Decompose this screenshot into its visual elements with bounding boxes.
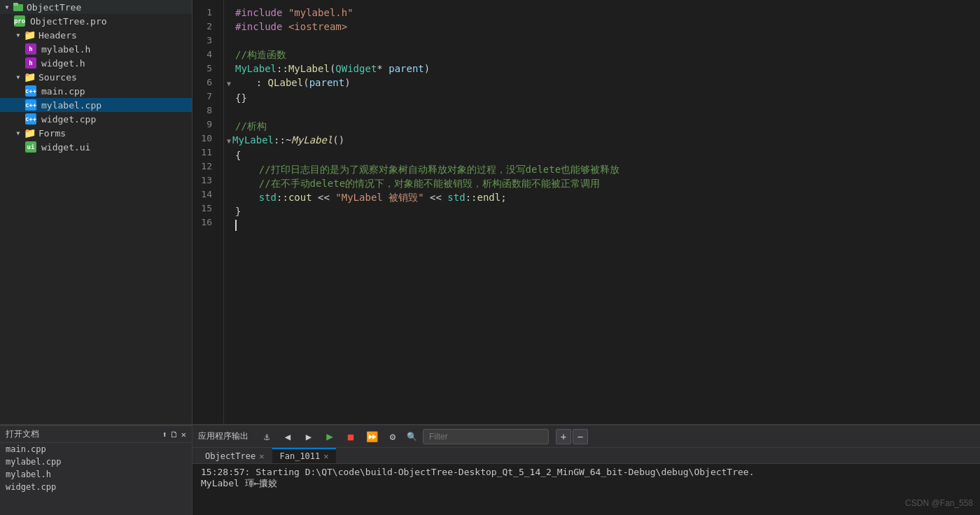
tab-objecttree-close[interactable]: ✕ [259, 451, 264, 461]
code-line-13: //在不手动delete的情况下，对象能不能被销毁，析构函数能不能被正常调用 [235, 176, 980, 190]
code-line-9: //析构 [235, 119, 980, 133]
tree-root[interactable]: ObjectTree [0, 0, 192, 14]
settings-icon[interactable]: ⚙ [384, 428, 401, 445]
prev-icon[interactable]: ◀ [279, 428, 296, 445]
tree-item-main-cpp[interactable]: c++ main.cpp [0, 84, 192, 98]
h-icon-1: h [25, 43, 36, 55]
sources-folder-icon: 📁 [24, 71, 35, 83]
headers-arrow [14, 31, 22, 39]
bottom-toolbar-label: 应用程序输出 [198, 430, 248, 442]
tree-item-widget-cpp[interactable]: c++ widget.cpp [0, 112, 192, 126]
tree-headers-folder[interactable]: 📁 Headers [0, 28, 192, 42]
plus-minus-group: + − [556, 429, 588, 444]
filter-input[interactable] [423, 429, 549, 444]
h-icon-2: h [25, 57, 36, 69]
headers-label: Headers [38, 30, 77, 41]
open-docs-up-icon[interactable]: ⬆ [162, 430, 167, 439]
mylabel-h-label: mylabel.h [41, 44, 90, 55]
tree-item-mylabel-h[interactable]: h mylabel.h [0, 42, 192, 56]
svg-rect-1 [13, 3, 18, 6]
code-line-10: ▼MyLabel::~MyLabel() [235, 133, 980, 148]
code-line-12: //打印日志目的是为了观察对象树自动释放对象的过程，没写delete也能够被释放 [235, 162, 980, 176]
code-line-1: #include "mylabel.h" [235, 6, 980, 20]
main-cpp-label: main.cpp [41, 86, 85, 97]
project-icon [13, 1, 24, 13]
output-line-2: MyLabel 琿←攮姣 [201, 477, 972, 490]
ui-icon: ui [25, 141, 36, 153]
widget-cpp-label: widget.cpp [41, 114, 96, 125]
cpp-icon-3: c++ [25, 113, 36, 125]
code-lines[interactable]: #include "mylabel.h" #include <iostream>… [224, 0, 980, 424]
headers-folder-icon: 📁 [24, 29, 35, 41]
open-doc-main-cpp[interactable]: main.cpp [0, 443, 192, 456]
tab-fan1011-label: Fan_1011 [279, 451, 320, 461]
bottom-panel: 打开文档 ⬆ 🗋 ✕ main.cpp mylabel.cpp mylabel.… [0, 424, 980, 515]
bottom-toolbar: 应用程序输出 ⚓ ◀ ▶ ▶ ■ ⏩ ⚙ 🔍 + − [192, 425, 980, 448]
tab-fan1011-close[interactable]: ✕ [323, 451, 328, 461]
output-area: 应用程序输出 ⚓ ◀ ▶ ▶ ■ ⏩ ⚙ 🔍 + − ObjectTree ✕ [192, 425, 980, 515]
code-line-5: MyLabel::MyLabel(QWidget* parent) [235, 62, 980, 76]
code-editor[interactable]: 1 2 3 4 5 6 7 8 9 10 11 12 13 14 15 16 #… [192, 0, 980, 424]
forms-arrow [14, 129, 22, 137]
tree-item-mylabel-cpp[interactable]: c++ mylabel.cpp [0, 98, 192, 112]
output-content: 15:28:57: Starting D:\QT\code\build-Obje… [192, 464, 980, 515]
anchor-icon[interactable]: ⚓ [258, 428, 275, 445]
tab-objecttree[interactable]: ObjectTree ✕ [198, 448, 271, 463]
code-line-16 [235, 218, 980, 232]
widget-ui-label: widget.ui [41, 142, 90, 153]
open-doc-mylabel-h[interactable]: mylabel.h [0, 468, 192, 481]
open-docs-add-icon[interactable]: 🗋 [170, 430, 178, 439]
tree-item-pro[interactable]: pro ObjectTree.pro [0, 14, 192, 28]
plus-button[interactable]: + [556, 429, 571, 444]
open-doc-widget-cpp-label: widget.cpp [6, 482, 56, 492]
code-line-3 [235, 34, 980, 48]
step-icon[interactable]: ⏩ [363, 428, 380, 445]
tab-objecttree-label: ObjectTree [205, 451, 255, 461]
code-line-15: } [235, 204, 980, 218]
code-line-7: {} [235, 91, 980, 105]
sources-label: Sources [38, 72, 77, 83]
file-tree[interactable]: ObjectTree pro ObjectTree.pro 📁 Headers … [0, 0, 192, 424]
open-doc-mylabel-cpp[interactable]: mylabel.cpp [0, 456, 192, 468]
tree-forms-folder[interactable]: 📁 Forms [0, 126, 192, 140]
tab-fan1011[interactable]: Fan_1011 ✕ [272, 448, 335, 463]
mylabel-cpp-label: mylabel.cpp [41, 100, 102, 111]
open-doc-mylabel-cpp-label: mylabel.cpp [6, 457, 61, 467]
open-doc-main-cpp-label: main.cpp [6, 444, 46, 454]
minus-button[interactable]: − [573, 429, 588, 444]
filter-icon: 🔍 [407, 432, 417, 442]
tree-item-widget-ui[interactable]: ui widget.ui [0, 140, 192, 154]
forms-label: Forms [38, 128, 66, 139]
run-icon[interactable]: ▶ [321, 428, 338, 445]
open-docs-close-icon[interactable]: ✕ [181, 430, 186, 439]
widget-h-label: widget.h [41, 58, 85, 69]
watermark: CSDN @Fan_558 [905, 498, 973, 508]
code-line-4: //构造函数 [235, 48, 980, 62]
tree-root-label: ObjectTree [27, 2, 81, 13]
tree-root-arrow [3, 3, 11, 11]
code-line-11: { [235, 148, 980, 162]
open-docs-bar: 打开文档 ⬆ 🗋 ✕ main.cpp mylabel.cpp mylabel.… [0, 425, 192, 515]
open-doc-mylabel-h-label: mylabel.h [6, 470, 51, 479]
open-docs-label: 打开文档 [6, 428, 39, 440]
cpp-icon-2: c++ [25, 99, 36, 111]
bottom-tabs: ObjectTree ✕ Fan_1011 ✕ [192, 448, 980, 464]
cpp-icon-1: c++ [25, 85, 36, 97]
pro-icon: pro [14, 15, 25, 27]
code-line-8 [235, 105, 980, 119]
code-line-2: #include <iostream> [235, 20, 980, 34]
line-numbers: 1 2 3 4 5 6 7 8 9 10 11 12 13 14 15 16 [192, 0, 224, 424]
stop-icon[interactable]: ■ [342, 428, 359, 445]
next-icon[interactable]: ▶ [300, 428, 317, 445]
tree-item-widget-h[interactable]: h widget.h [0, 56, 192, 70]
open-docs-header: 打开文档 ⬆ 🗋 ✕ [0, 426, 192, 443]
open-doc-widget-cpp[interactable]: widget.cpp [0, 481, 192, 493]
sources-arrow [14, 73, 22, 81]
forms-folder-icon: 📁 [24, 127, 35, 139]
code-line-6: ▼ : QLabel(parent) [235, 76, 980, 91]
pro-label: ObjectTree.pro [30, 16, 107, 27]
output-line-1: 15:28:57: Starting D:\QT\code\build-Obje… [201, 467, 972, 477]
open-docs-list: main.cpp mylabel.cpp mylabel.h widget.cp… [0, 443, 192, 515]
code-line-14: std::cout << "MyLabel 被销毁" << std::endl; [235, 190, 980, 204]
tree-sources-folder[interactable]: 📁 Sources [0, 70, 192, 84]
